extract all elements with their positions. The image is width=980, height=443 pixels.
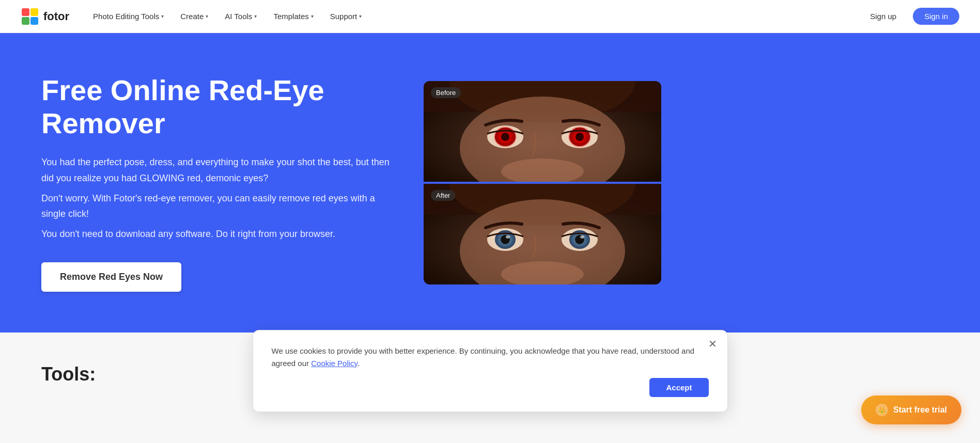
svg-rect-3 — [22, 17, 29, 25]
start-free-trial-button[interactable]: 👑 Start free trial — [861, 395, 961, 424]
signup-button[interactable]: Sign up — [860, 8, 907, 25]
nav-templates[interactable]: Templates ▾ — [266, 8, 320, 25]
nav-items: Photo Editing Tools ▾ Create ▾ AI Tools … — [86, 8, 860, 25]
svg-point-17 — [575, 133, 584, 141]
nav-support[interactable]: Support ▾ — [323, 8, 369, 25]
cookie-policy-link[interactable]: Cookie Policy — [311, 359, 357, 368]
hero-section: Free Online Red-Eye Remover You had the … — [0, 33, 980, 333]
logo[interactable]: fotor — [21, 7, 69, 26]
nav-photo-editing[interactable]: Photo Editing Tools ▾ — [86, 8, 171, 25]
chevron-down-icon: ▾ — [206, 13, 208, 19]
cookie-accept-button[interactable]: Accept — [649, 378, 708, 397]
nav-auth-area: Sign up Sign in — [860, 8, 959, 25]
signin-button[interactable]: Sign in — [913, 8, 959, 25]
chevron-down-icon: ▾ — [161, 13, 164, 19]
svg-rect-1 — [22, 8, 29, 16]
remove-red-eyes-button[interactable]: Remove Red Eyes Now — [41, 262, 181, 292]
nav-ai-tools[interactable]: AI Tools ▾ — [217, 8, 264, 25]
cookie-banner: ✕ We use cookies to provide you with bet… — [253, 330, 728, 412]
chevron-down-icon: ▾ — [311, 13, 314, 19]
before-image: Before — [424, 81, 661, 182]
hero-title: Free Online Red-Eye Remover — [41, 74, 393, 140]
cookie-text: We use cookies to provide you with bette… — [272, 345, 709, 370]
before-label: Before — [431, 87, 461, 98]
chevron-down-icon: ▾ — [359, 13, 362, 19]
cookie-actions: Accept — [272, 378, 709, 397]
nav-create[interactable]: Create ▾ — [173, 8, 215, 25]
cookie-close-button[interactable]: ✕ — [708, 339, 717, 349]
hero-description: You had the perfect pose, dress, and eve… — [41, 154, 393, 242]
before-after-image: Before — [424, 81, 661, 284]
svg-point-16 — [501, 133, 509, 141]
hero-content: Free Online Red-Eye Remover You had the … — [41, 74, 393, 292]
fotor-logo-icon — [21, 7, 39, 26]
svg-rect-2 — [30, 8, 38, 16]
svg-point-31 — [580, 235, 584, 239]
after-eye-svg — [424, 184, 661, 284]
after-label: After — [431, 190, 455, 201]
logo-text: fotor — [43, 10, 69, 23]
chevron-down-icon: ▾ — [254, 13, 257, 19]
after-image: After — [424, 184, 661, 284]
crown-icon: 👑 — [876, 404, 888, 416]
navbar: fotor Photo Editing Tools ▾ Create ▾ AI … — [0, 0, 980, 33]
svg-point-30 — [506, 235, 510, 239]
svg-rect-4 — [30, 17, 38, 25]
